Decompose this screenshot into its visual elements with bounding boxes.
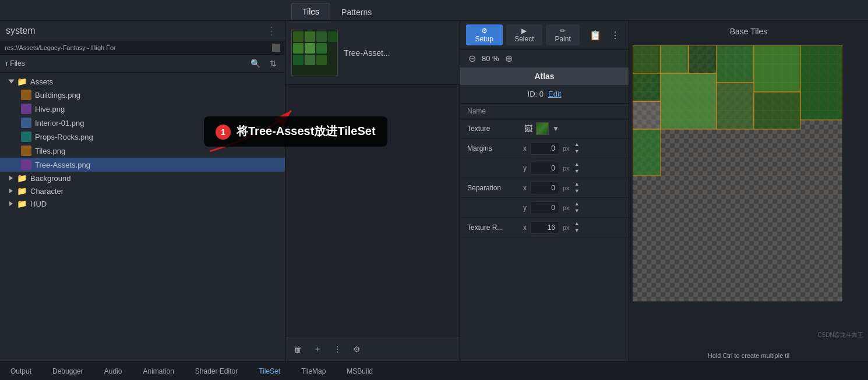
margins-x-spinner[interactable]: ▲ ▼ [573,141,581,155]
tree-item-hive[interactable]: Hive.png [0,102,285,116]
add-icon[interactable]: ＋ [311,343,324,356]
tree-item-label-tiles: Tiles.png [35,147,65,155]
zoom-minus-button[interactable]: ⊖ [466,52,478,65]
bottom-tab-output[interactable]: Output [6,365,36,378]
separation-y-down[interactable]: ▼ [573,208,581,214]
props-toolbar: ⚙ Setup ▶ Select ✏ Paint 📋 ⋮ [460,21,629,49]
bottom-tab-msbuild[interactable]: MSBuild [342,365,377,378]
svg-rect-4 [328,31,337,42]
texture-dropdown-icon[interactable]: ▼ [552,125,559,133]
tree-item-background[interactable]: 📁 Background [0,172,285,184]
file-icon-tree-assets [21,159,31,170]
tree-item-character[interactable]: 📁 Character [0,184,285,197]
bottom-tab-debugger[interactable]: Debugger [48,365,88,378]
sort-icon[interactable]: ⇅ [267,58,279,69]
margins-y-up[interactable]: ▲ [573,161,581,168]
setup-button[interactable]: ⚙ Setup [466,24,503,45]
separation-y-row: y 0 px ▲ ▼ [460,198,629,218]
tree-item-label-hud: HUD [30,200,47,208]
separation-y-spinner[interactable]: ▲ ▼ [573,201,581,214]
files-label: r Files [6,59,25,68]
id-label: ID: 0 [528,90,544,98]
bottom-tab-tilemap[interactable]: TileMap [297,365,330,378]
margins-y-input[interactable]: 0 [530,162,559,175]
texture-load-icon[interactable]: 🖼 [524,124,532,133]
margins-x-up[interactable]: ▲ [573,141,581,148]
tree-item-buildings[interactable]: Buildings.png [0,88,285,102]
texture-region-x-down[interactable]: ▼ [573,228,581,234]
watermark: CSDN@龙斗舞王 [818,331,864,339]
delete-icon[interactable]: 🗑 [291,343,304,355]
svg-rect-10 [316,55,327,65]
texture-thumbnail [536,122,549,135]
folder-arrow-hud [9,201,13,206]
texture-region-x-spinner[interactable]: ▲ ▼ [573,221,581,234]
paint-button[interactable]: ✏ Paint [546,24,580,45]
bottom-tab-tileset[interactable]: TileSet [254,365,285,378]
atlas-header: Atlas [460,68,629,85]
settings-icon[interactable]: ⚙ [351,343,363,355]
path-square-btn[interactable] [272,44,280,52]
separation-y-input[interactable]: 0 [530,201,559,214]
tree-item-hud[interactable]: 📁 HUD [0,197,285,210]
bottom-tab-shader[interactable]: Shader Editor [190,365,242,378]
margins-y-down[interactable]: ▼ [573,168,581,175]
tileset-thumbnail-svg [292,30,338,76]
copy-icon[interactable]: 📋 [587,29,604,42]
margins-x-down[interactable]: ▼ [573,148,581,155]
hint-text: Hold Ctrl to create multiple til [629,350,868,361]
separation-x-spinner[interactable]: ▲ ▼ [573,181,581,194]
tiles-canvas [629,42,868,350]
base-tiles-header: Base Tiles [629,21,868,42]
tree-item-props-rocks[interactable]: Props-Rocks.png [0,130,285,144]
tree-item-assets[interactable]: 📁 Assets [0,75,285,88]
tree-item-label-buildings: Buildings.png [35,91,80,100]
tileset-preview[interactable]: Tree-Asset... [285,21,460,85]
texture-region-x-input[interactable]: 16 [530,221,559,234]
edit-link[interactable]: Edit [548,90,561,98]
bottom-tab-audio[interactable]: Audio [100,365,127,378]
zoom-value: 80 % [482,54,499,63]
id-row: ID: 0 Edit [460,85,629,104]
tree-item-interior[interactable]: Interior-01.png [0,116,285,130]
margins-x-row: Margins x 0 px ▲ ▼ [460,138,629,158]
margins-label: Margins [467,144,520,152]
zoom-plus-button[interactable]: ⊕ [503,52,515,65]
separation-x-up[interactable]: ▲ [573,181,581,187]
texture-region-x-up[interactable]: ▲ [573,221,581,227]
svg-rect-26 [633,73,661,101]
tab-tiles[interactable]: Tiles [291,3,330,20]
separation-x-down[interactable]: ▼ [573,188,581,194]
middle-toolbar: 🗑 ＋ ⋮ ⚙ [285,336,460,361]
more-icon[interactable]: ⋮ [331,343,344,355]
margins-y-row: y 0 px ▲ ▼ [460,158,629,178]
separation-y-up[interactable]: ▲ [573,201,581,207]
tree-item-label-character: Character [30,187,63,196]
tree-item-label-background: Background [30,174,70,183]
system-header: system ⋮ [0,21,285,41]
name-row: Name [460,104,629,119]
far-right-panel: Base Tiles [629,21,868,361]
select-button[interactable]: ▶ Select [506,24,543,45]
middle-panel: Tree-Asset... 🗑 ＋ ⋮ ⚙ [285,21,460,361]
props-more-icon[interactable]: ⋮ [608,29,623,42]
path-text: res://Assets/Legacy-Fantasy - High For [5,44,269,51]
margins-x-input[interactable]: 0 [530,142,559,155]
separation-x-input[interactable]: 0 [530,182,559,194]
folder-icon-background: 📁 [17,173,27,183]
file-icon-hive [21,104,31,114]
folder-icon-character: 📁 [17,186,27,196]
props-panel: ⚙ Setup ▶ Select ✏ Paint 📋 ⋮ ⊖ 80 % ⊕ At… [460,21,629,361]
search-icon[interactable]: 🔍 [248,58,263,69]
texture-region-x-axis: x [523,223,527,232]
panel-menu-icon[interactable]: ⋮ [264,24,279,37]
tree-item-tiles[interactable]: Tiles.png [0,144,285,158]
tree-item-tree-assets[interactable]: Tree-Assets.png [0,158,285,172]
tab-patterns[interactable]: Patterns [330,3,383,20]
texture-label: Texture [467,125,520,133]
margins-y-spinner[interactable]: ▲ ▼ [573,161,581,175]
folder-icon-hud: 📁 [17,199,27,208]
bottom-tab-animation[interactable]: Animation [138,365,178,378]
separation-x-unit: px [563,184,570,191]
svg-rect-6 [305,43,315,54]
